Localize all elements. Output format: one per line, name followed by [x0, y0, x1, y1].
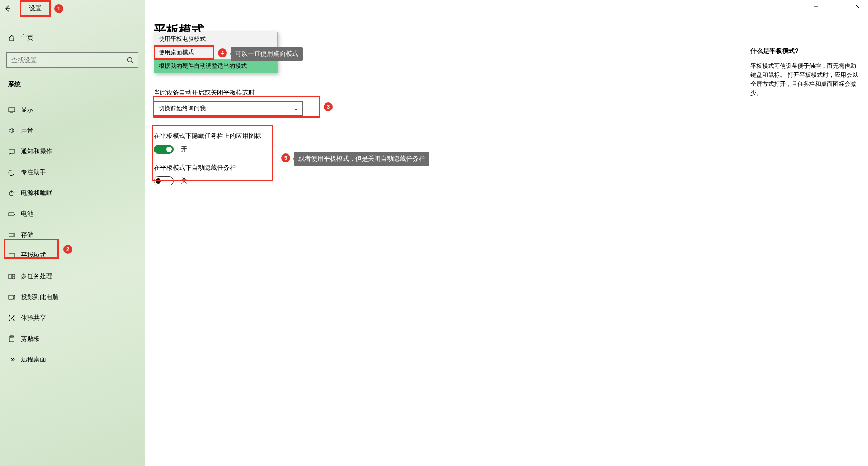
annotation-badge-4: 4	[218, 48, 227, 57]
sidebar-item-label: 声音	[21, 127, 33, 135]
svg-rect-19	[12, 274, 15, 276]
sidebar-item-label: 体验共享	[21, 314, 46, 322]
maximize-icon	[835, 5, 839, 9]
window-controls	[806, 0, 868, 14]
notifications-icon	[8, 148, 21, 155]
annotation-tip-4-text: 可以一直使用桌面模式	[235, 50, 298, 58]
sidebar-item-label: 投影到此电脑	[21, 293, 59, 301]
home-icon	[8, 34, 21, 42]
svg-line-6	[132, 62, 133, 63]
annotation-badge-2: 2	[63, 245, 72, 254]
search-icon	[123, 57, 138, 63]
sidebar-item-label: 专注助手	[21, 168, 46, 176]
search-input[interactable]	[7, 57, 123, 64]
sidebar-home-label: 主页	[21, 34, 33, 42]
close-button[interactable]	[847, 0, 868, 14]
close-icon	[855, 5, 860, 9]
svg-rect-20	[12, 277, 15, 279]
sidebar-item-tablet[interactable]: 平板模式	[0, 245, 145, 266]
share-icon	[8, 314, 21, 322]
sidebar-item-label: 显示	[21, 106, 33, 114]
sidebar-item-notifications[interactable]: 通知和操作	[0, 141, 145, 162]
dropdown-opt-auto[interactable]: 根据我的硬件自动调整适当的模式	[154, 59, 277, 73]
svg-rect-9	[9, 149, 14, 153]
battery-icon	[8, 210, 21, 218]
auto-mode-value: 切换前始终询问我	[159, 105, 206, 113]
sidebar-section-label: 系统	[0, 81, 145, 89]
sidebar-item-clipboard[interactable]: 剪贴板	[0, 328, 145, 349]
annotation-badge-5: 5	[281, 153, 290, 162]
auto-mode-select[interactable]: 切换前始终询问我 ⌄	[154, 101, 303, 116]
autohide-label: 在平板模式下自动隐藏任务栏	[154, 164, 741, 172]
sidebar: 设置 主页 系统 显示 声音 通知和操作 专注助手	[0, 0, 145, 466]
annotation-badge-1: 1	[54, 4, 63, 13]
sidebar-item-multitask[interactable]: 多任务处理	[0, 266, 145, 287]
sidebar-item-label: 剪贴板	[21, 335, 40, 343]
sidebar-item-project[interactable]: 投影到此电脑	[0, 287, 145, 308]
sound-icon	[8, 127, 21, 134]
power-icon	[8, 190, 21, 197]
project-icon	[8, 294, 21, 301]
sidebar-item-focus[interactable]: 专注助手	[0, 162, 145, 183]
sidebar-item-label: 电池	[21, 210, 33, 218]
chevron-down-icon: ⌄	[293, 105, 298, 112]
svg-point-25	[14, 315, 15, 317]
annotation-badge-3: 3	[324, 102, 333, 111]
window-title: 设置	[21, 0, 50, 17]
hide-icons-toggle[interactable]	[154, 145, 174, 154]
sidebar-item-remote[interactable]: 远程桌面	[0, 349, 145, 370]
minimize-button[interactable]	[806, 0, 826, 14]
svg-rect-18	[9, 274, 11, 279]
sidebar-item-power[interactable]: 电源和睡眠	[0, 183, 145, 204]
storage-icon	[8, 231, 21, 238]
sidebar-home[interactable]: 主页	[0, 29, 145, 47]
svg-point-26	[9, 320, 10, 321]
sidebar-item-label: 远程桌面	[21, 356, 46, 364]
back-button[interactable]	[0, 0, 15, 17]
remote-icon	[8, 356, 21, 363]
info-panel: 什么是平板模式? 平板模式可使设备便于触控，而无需借助键盘和鼠标。 打开平板模式…	[750, 47, 859, 98]
annotation-tip-5-text: 或者使用平板模式，但是关闭自动隐藏任务栏	[298, 155, 425, 163]
focus-icon	[8, 169, 21, 176]
clipboard-icon	[8, 335, 21, 342]
svg-rect-28	[9, 337, 14, 342]
search-input-wrap[interactable]	[6, 52, 138, 68]
svg-rect-12	[9, 213, 14, 216]
hide-icons-label: 在平板模式下隐藏任务栏上的应用图标	[154, 132, 741, 140]
display-icon	[8, 106, 21, 114]
annotation-tip-5: 或者使用平板模式，但是关闭自动隐藏任务栏	[294, 152, 429, 166]
sidebar-item-storage[interactable]: 存储	[0, 224, 145, 245]
sidebar-item-label: 通知和操作	[21, 147, 52, 156]
auto-mode-label: 当此设备自动开启或关闭平板模式时	[154, 89, 741, 97]
svg-rect-13	[14, 214, 15, 215]
back-arrow-icon	[4, 5, 11, 12]
sidebar-item-share[interactable]: 体验共享	[0, 308, 145, 328]
info-body: 平板模式可使设备便于触控，而无需借助键盘和鼠标。 打开平板模式时，应用会以全屏方…	[750, 62, 859, 98]
minimize-icon	[814, 5, 818, 9]
sidebar-item-label: 存储	[21, 231, 33, 239]
sidebar-item-display[interactable]: 显示	[0, 100, 145, 120]
annotation-tip-4: 可以一直使用桌面模式	[231, 47, 303, 61]
sidebar-item-sound[interactable]: 声音	[0, 120, 145, 141]
hide-icons-state: 开	[181, 145, 187, 152]
sidebar-item-label: 电源和睡眠	[21, 189, 52, 197]
svg-point-27	[14, 320, 15, 321]
sidebar-item-label: 多任务处理	[21, 272, 52, 281]
autohide-state: 关	[181, 177, 187, 184]
svg-rect-1	[835, 5, 839, 9]
sidebar-item-battery[interactable]: 电池	[0, 204, 145, 224]
multitask-icon	[8, 273, 21, 280]
svg-point-15	[13, 235, 14, 236]
svg-rect-21	[9, 295, 13, 299]
svg-point-5	[128, 58, 132, 62]
info-heading: 什么是平板模式?	[750, 47, 859, 55]
maximize-button[interactable]	[826, 0, 847, 14]
svg-point-17	[11, 257, 12, 257]
svg-rect-7	[9, 108, 15, 112]
dropdown-opt-tablet[interactable]: 使用平板电脑模式	[154, 32, 277, 46]
autohide-toggle[interactable]	[154, 176, 174, 185]
tablet-icon	[8, 252, 21, 259]
svg-point-24	[9, 315, 10, 317]
sidebar-item-label: 平板模式	[21, 252, 46, 260]
